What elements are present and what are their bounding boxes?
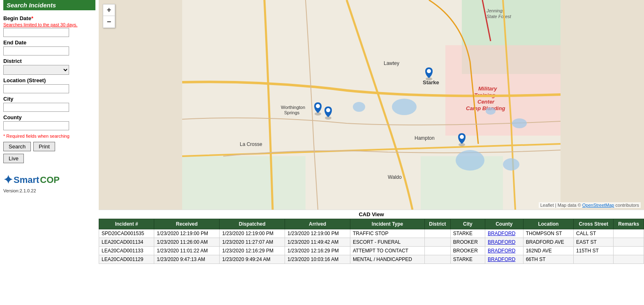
city-input[interactable]	[3, 103, 69, 112]
col-arrived: Arrived	[285, 219, 350, 229]
svg-point-14	[503, 158, 519, 171]
district-cell	[425, 255, 451, 264]
svg-text:Starke: Starke	[423, 79, 439, 85]
begin-date-required: *	[31, 15, 33, 21]
svg-text:Springs: Springs	[284, 110, 300, 115]
city-cell: BROOKER	[450, 238, 485, 247]
svg-text:Hampton: Hampton	[415, 135, 435, 141]
version-text: Version:2.1.0.22	[3, 188, 36, 193]
map-container: Jennings State Forest Military Training …	[99, 0, 644, 210]
col-received: Received	[154, 219, 220, 229]
search-print-buttons: Search Print	[3, 142, 95, 151]
city-cell: STARKE	[450, 229, 485, 238]
search-button[interactable]: Search	[3, 142, 31, 151]
zoom-in-button[interactable]: +	[103, 5, 115, 16]
location-cell: THOMPSON ST	[523, 229, 573, 238]
limit-note: Searches limited to the past 30 days.	[3, 22, 95, 27]
district-cell	[425, 229, 451, 238]
zoom-out-button[interactable]: −	[103, 16, 115, 28]
svg-point-12	[353, 102, 365, 112]
col-district: District	[425, 219, 451, 229]
live-button[interactable]: Live	[3, 154, 24, 163]
logo-area: ✦ SmartCOP Version:2.1.0.22	[3, 169, 95, 193]
district-select[interactable]	[3, 65, 69, 75]
location-input[interactable]	[3, 84, 69, 93]
remarks-cell	[614, 247, 644, 255]
received-cell: 1/23/2020 11:26:00 AM	[154, 238, 220, 247]
svg-text:Worthington: Worthington	[281, 105, 305, 110]
svg-point-25	[427, 69, 431, 73]
arrived-cell: 1/23/2020 12:19:00 PM	[285, 229, 350, 238]
table-row: LEA20CAD0011331/23/2020 11:01:22 AM1/23/…	[99, 247, 644, 255]
dispatched-cell: 1/23/2020 9:49:24 AM	[220, 255, 285, 264]
col-location: Location	[523, 219, 573, 229]
dispatched-cell: 1/23/2020 11:27:07 AM	[220, 238, 285, 247]
table-row: LEA20CAD0011291/23/2020 9:47:13 AM1/23/2…	[99, 255, 644, 264]
col-incident-num: Incident #	[99, 219, 154, 229]
svg-point-15	[512, 118, 527, 128]
star-icon: ✦	[3, 173, 13, 187]
incident-num-cell: SPD20CAD001535	[99, 229, 154, 238]
cad-view-label: CAD View	[99, 210, 644, 219]
svg-text:Jennings: Jennings	[486, 8, 505, 13]
cop-text: COP	[40, 175, 60, 185]
county-input[interactable]	[3, 121, 69, 130]
smart-text: Smart	[14, 175, 39, 185]
map-attribution: Leaflet | Map data © OpenStreetMap contr…	[539, 202, 641, 208]
incident-type-cell: TRAFFIC STOP	[350, 229, 424, 238]
received-cell: 1/23/2020 12:19:00 PM	[154, 229, 220, 238]
svg-point-29	[326, 108, 330, 112]
incident-type-cell: ESCORT - FUNERAL	[350, 238, 424, 247]
dispatched-cell: 1/23/2020 12:19:00 PM	[220, 229, 285, 238]
county-cell[interactable]: BRADFORD	[485, 238, 524, 247]
svg-text:Camp Blanding: Camp Blanding	[466, 105, 505, 111]
table-row: SPD20CAD0015351/23/2020 12:19:00 PM1/23/…	[99, 229, 644, 238]
smartcop-logo: ✦ SmartCOP	[3, 173, 60, 187]
cross-street-cell: EAST ST	[574, 238, 614, 247]
dispatched-cell: 1/23/2020 12:16:29 PM	[220, 247, 285, 255]
col-city: City	[450, 219, 485, 229]
county-cell[interactable]: BRADFORD	[485, 247, 524, 255]
location-cell: 66TH ST	[523, 255, 573, 264]
county-label: County	[3, 114, 95, 120]
osm-link[interactable]: OpenStreetMap	[582, 203, 614, 208]
city-cell: STARKE	[450, 255, 485, 264]
svg-text:La Crosse: La Crosse	[240, 141, 262, 147]
district-label: District	[3, 58, 95, 64]
location-cell: 162ND AVE	[523, 247, 573, 255]
svg-text:Center: Center	[477, 99, 495, 105]
end-date-input[interactable]	[3, 46, 69, 55]
begin-date-input[interactable]	[3, 28, 69, 37]
svg-text:Military: Military	[478, 85, 497, 92]
remarks-cell	[614, 238, 644, 247]
city-label: City	[3, 96, 95, 102]
svg-point-13	[456, 150, 484, 171]
svg-point-16	[486, 107, 496, 115]
cross-street-cell: CALL ST	[574, 229, 614, 238]
col-dispatched: Dispatched	[220, 219, 285, 229]
col-incident-type: Incident Type	[350, 219, 424, 229]
cross-street-cell	[574, 255, 614, 264]
cross-street-cell: 115TH ST	[574, 247, 614, 255]
svg-point-27	[316, 104, 320, 108]
left-panel: Search Incidents Begin Date* Searches li…	[0, 0, 99, 305]
incident-num-cell: LEA20CAD001134	[99, 238, 154, 247]
remarks-cell	[614, 255, 644, 264]
county-cell[interactable]: BRADFORD	[485, 255, 524, 264]
incident-type-cell: MENTAL / HANDICAPPED	[350, 255, 424, 264]
panel-title: Search Incidents	[3, 0, 95, 10]
print-button[interactable]: Print	[33, 142, 55, 151]
incident-num-cell: LEA20CAD001133	[99, 247, 154, 255]
received-cell: 1/23/2020 9:47:13 AM	[154, 255, 220, 264]
col-cross-street: Cross Street	[574, 219, 614, 229]
begin-date-label: Begin Date*	[3, 15, 95, 21]
map-svg: Jennings State Forest Military Training …	[99, 0, 644, 210]
svg-text:Waldo: Waldo	[388, 174, 402, 180]
incidents-table: Incident # Received Dispatched Arrived I…	[99, 219, 644, 264]
received-cell: 1/23/2020 11:01:22 AM	[154, 247, 220, 255]
county-cell[interactable]: BRADFORD	[485, 229, 524, 238]
location-cell: BRADFORD AVE	[523, 238, 573, 247]
leaflet-text: Leaflet	[540, 203, 554, 208]
svg-text:Lawtey: Lawtey	[384, 60, 399, 66]
arrived-cell: 1/23/2020 12:16:29 PM	[285, 247, 350, 255]
